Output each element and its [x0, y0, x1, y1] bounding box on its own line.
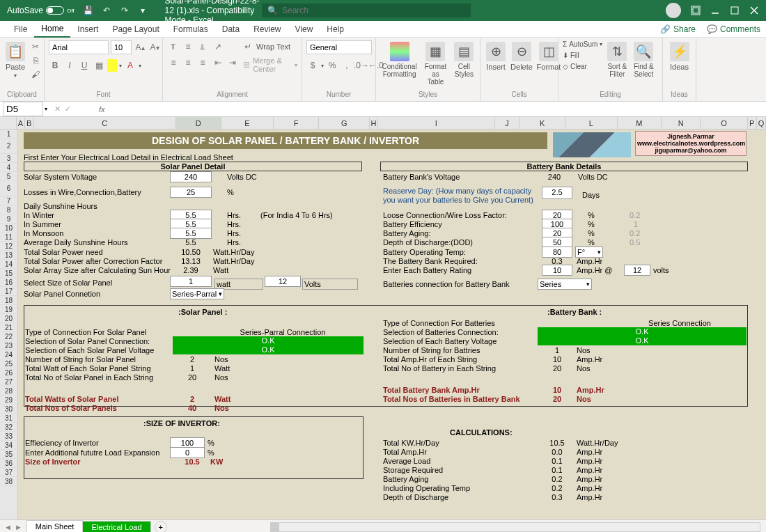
- search-box[interactable]: 🔍: [262, 3, 471, 17]
- column-headers[interactable]: ABCDEFGHIJKLMNOPQ: [0, 117, 766, 130]
- decrease-decimal-icon[interactable]: ←.0: [370, 59, 382, 72]
- alignment-group-label: Alignment: [167, 89, 297, 98]
- panel-volts-input[interactable]: 12: [265, 276, 301, 287]
- increase-font-icon[interactable]: A▴: [134, 41, 146, 54]
- wrap-text-button[interactable]: ↵Wrap Text: [242, 40, 297, 53]
- decrease-font-icon[interactable]: A▾: [148, 41, 161, 54]
- temp-unit-dropdown[interactable]: F°▾: [575, 247, 603, 258]
- percent-icon[interactable]: %: [326, 59, 338, 72]
- currency-icon[interactable]: $: [306, 59, 319, 72]
- clear-button[interactable]: ◇Clear: [563, 63, 602, 70]
- format-painter-icon[interactable]: 🖌: [29, 68, 42, 81]
- font-size-input[interactable]: [111, 40, 132, 54]
- ribbon-mode-icon[interactable]: [691, 6, 701, 15]
- align-left-icon[interactable]: ≡: [167, 56, 180, 69]
- qat-dropdown-icon[interactable]: ▾: [137, 5, 148, 16]
- chevron-down-icon: ▾: [597, 249, 601, 256]
- align-right-icon[interactable]: ≡: [196, 56, 209, 69]
- tab-page-layout[interactable]: Page Layout: [105, 22, 166, 37]
- add-sheet-button[interactable]: +: [155, 521, 167, 533]
- sheet-tab-electrical[interactable]: Electrical Load: [82, 521, 150, 533]
- namebox-dropdown-icon[interactable]: ▾: [45, 106, 47, 112]
- comma-icon[interactable]: ,: [341, 59, 353, 72]
- font-name-input[interactable]: [49, 40, 109, 54]
- tab-review[interactable]: Review: [247, 22, 288, 37]
- italic-icon[interactable]: I: [63, 59, 76, 72]
- search-input[interactable]: [282, 6, 465, 15]
- user-avatar[interactable]: [666, 3, 681, 18]
- bold-icon[interactable]: B: [49, 59, 61, 72]
- align-middle-icon[interactable]: ≡: [182, 40, 194, 53]
- cut-icon[interactable]: ✂: [29, 40, 42, 53]
- share-button[interactable]: 🔗Share: [655, 22, 701, 37]
- delete-cells-button[interactable]: ⊖Delete: [510, 40, 533, 72]
- batt-volts-input[interactable]: 12: [624, 265, 650, 276]
- format-cells-button[interactable]: ◫Format: [536, 40, 561, 72]
- conditional-formatting-button[interactable]: Conditional Formatting: [380, 40, 419, 79]
- align-top-icon[interactable]: ⫪: [167, 40, 180, 53]
- tab-file[interactable]: File: [7, 22, 34, 37]
- tab-home[interactable]: Home: [34, 21, 70, 38]
- autosave-state: Off: [67, 8, 75, 14]
- conditional-formatting-icon: [390, 42, 409, 61]
- batt-temp-input[interactable]: 80: [542, 247, 572, 258]
- solar-conn-dropdown[interactable]: Series-Parral▾: [170, 288, 224, 299]
- align-center-icon[interactable]: ≡: [182, 56, 194, 69]
- font-color-icon[interactable]: A: [124, 59, 136, 72]
- batt-rating-input[interactable]: 10: [542, 265, 572, 276]
- indent-increase-icon[interactable]: ⇥: [226, 56, 239, 69]
- ideas-button[interactable]: ⚡Ideas: [667, 40, 691, 72]
- fill-color-icon[interactable]: [107, 59, 117, 72]
- find-select-button[interactable]: 🔍Find & Select: [632, 40, 655, 79]
- tab-nav-next-icon[interactable]: ►: [15, 523, 22, 531]
- autosum-button[interactable]: ΣAutoSum▾: [563, 40, 602, 48]
- maximize-icon[interactable]: [730, 6, 740, 15]
- battery-detail-header: Battery Bank Details: [380, 162, 748, 171]
- tab-help[interactable]: Help: [320, 22, 351, 37]
- border-icon[interactable]: ▦: [93, 59, 105, 72]
- fx-icon[interactable]: fx: [99, 105, 105, 114]
- undo-icon[interactable]: ↶: [101, 5, 112, 16]
- indent-decrease-icon[interactable]: ⇤: [212, 56, 224, 69]
- autosave-toggle[interactable]: AutoSave Off: [7, 6, 75, 15]
- worksheet-content[interactable]: DESIGN OF SOLAR PANEL / BATTERY BANK / I…: [18, 130, 766, 519]
- copy-icon[interactable]: ⎘: [29, 54, 42, 67]
- format-as-table-button[interactable]: ▦Format as Table: [421, 40, 450, 87]
- table-icon: ▦: [425, 42, 445, 61]
- enter-formula-icon[interactable]: ✓: [65, 104, 71, 114]
- monsoon-input[interactable]: 5.5: [170, 228, 212, 239]
- panel-watt-input[interactable]: 1: [170, 276, 212, 287]
- tab-nav-prev-icon[interactable]: ◄: [4, 523, 12, 531]
- number-format-input[interactable]: [306, 40, 372, 54]
- batt-conn-dropdown[interactable]: Series▾: [538, 279, 592, 290]
- sheet-tab-main[interactable]: Main Sheet: [26, 520, 84, 532]
- close-icon[interactable]: [749, 6, 759, 15]
- add-load-input[interactable]: 0: [170, 447, 205, 458]
- tab-data[interactable]: Data: [215, 22, 247, 37]
- sort-filter-button[interactable]: ⇅Sort & Filter: [605, 40, 629, 79]
- horizontal-scrollbar[interactable]: [270, 522, 760, 532]
- orientation-icon[interactable]: ↗: [212, 40, 224, 53]
- minimize-icon[interactable]: [710, 6, 720, 15]
- tab-view[interactable]: View: [288, 22, 320, 37]
- redo-icon[interactable]: ↷: [119, 5, 130, 16]
- underline-icon[interactable]: U: [78, 59, 91, 72]
- row-headers[interactable]: 1234567891011121314151617181920212223242…: [0, 130, 18, 519]
- tab-formulas[interactable]: Formulas: [166, 22, 215, 37]
- insert-cells-button[interactable]: ⊕Insert: [485, 40, 507, 72]
- increase-decimal-icon[interactable]: .0→: [355, 59, 368, 72]
- cancel-formula-icon[interactable]: ✕: [54, 104, 61, 114]
- merge-button[interactable]: ⊞Merge & Center▾: [242, 56, 297, 73]
- tab-insert[interactable]: Insert: [70, 22, 105, 37]
- fill-button[interactable]: ⬇Fill: [563, 52, 602, 59]
- align-bottom-icon[interactable]: ⫫: [196, 40, 209, 53]
- cell-styles-button[interactable]: ▤Cell Styles: [453, 40, 476, 79]
- losses-input[interactable]: 25: [170, 187, 212, 198]
- paste-button[interactable]: 📋Paste▾: [4, 40, 26, 80]
- solar-voltage-input[interactable]: 240: [170, 171, 212, 182]
- reserve-day-input[interactable]: 2.5: [542, 187, 572, 199]
- comments-button[interactable]: 💬Comments: [701, 22, 766, 37]
- name-box[interactable]: [3, 102, 43, 116]
- save-icon[interactable]: 💾: [83, 5, 94, 16]
- wrap-icon: ↵: [242, 40, 254, 53]
